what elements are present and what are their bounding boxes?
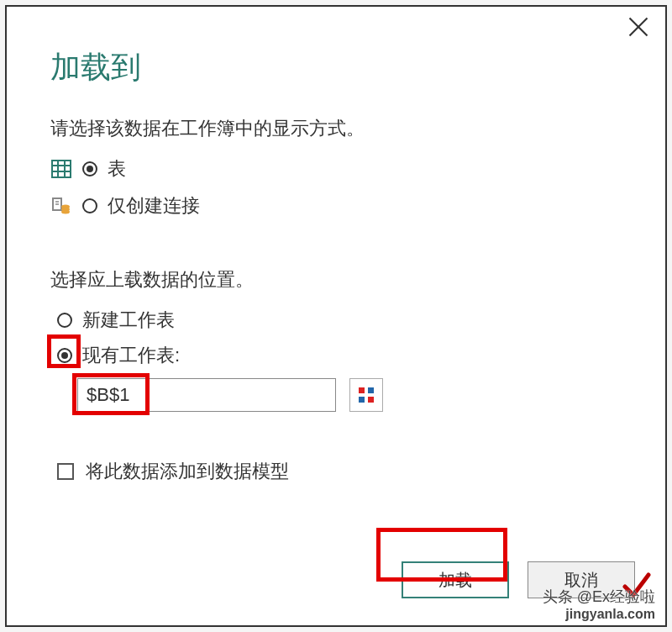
svg-rect-16 bbox=[368, 397, 374, 403]
option-connection-label: 仅创建连接 bbox=[108, 193, 200, 219]
option-existing-sheet-row[interactable]: 现有工作表: bbox=[57, 343, 180, 368]
option-table-label: 表 bbox=[108, 156, 126, 182]
cell-reference-input[interactable] bbox=[77, 378, 336, 412]
radio-table[interactable] bbox=[82, 161, 97, 176]
range-selector-button[interactable] bbox=[349, 378, 383, 412]
add-to-data-model-label: 将此数据添加到数据模型 bbox=[86, 459, 289, 484]
radio-connection-only[interactable] bbox=[82, 198, 97, 213]
radio-new-sheet[interactable] bbox=[57, 313, 72, 328]
add-to-data-model-checkbox[interactable] bbox=[57, 463, 74, 480]
add-to-data-model-row[interactable]: 将此数据添加到数据模型 bbox=[57, 459, 289, 484]
option-connection-row[interactable]: 仅创建连接 bbox=[50, 193, 200, 219]
radio-existing-sheet[interactable] bbox=[57, 348, 72, 363]
cell-reference-group bbox=[77, 378, 383, 412]
dialog-button-row: 加载 取消 bbox=[402, 561, 635, 598]
svg-rect-2 bbox=[52, 161, 71, 177]
option-new-sheet-label: 新建工作表 bbox=[82, 308, 175, 333]
option-table-row[interactable]: 表 bbox=[50, 156, 126, 182]
connection-icon bbox=[50, 197, 72, 215]
svg-rect-15 bbox=[359, 397, 365, 403]
svg-point-12 bbox=[61, 210, 70, 214]
cancel-button[interactable]: 取消 bbox=[528, 561, 635, 598]
svg-rect-14 bbox=[368, 387, 374, 393]
option-new-sheet-row[interactable]: 新建工作表 bbox=[57, 308, 175, 333]
dialog-window: 加载到 请选择该数据在工作簿中的显示方式。 表 bbox=[5, 5, 667, 627]
svg-rect-13 bbox=[359, 387, 365, 393]
instruction-display-mode: 请选择该数据在工作簿中的显示方式。 bbox=[50, 116, 365, 141]
close-icon[interactable] bbox=[627, 15, 650, 39]
option-existing-sheet-label: 现有工作表: bbox=[82, 343, 180, 368]
table-icon bbox=[50, 160, 72, 178]
dialog-title: 加载到 bbox=[50, 47, 141, 88]
load-button[interactable]: 加载 bbox=[402, 561, 509, 598]
instruction-location: 选择应上载数据的位置。 bbox=[50, 267, 254, 292]
